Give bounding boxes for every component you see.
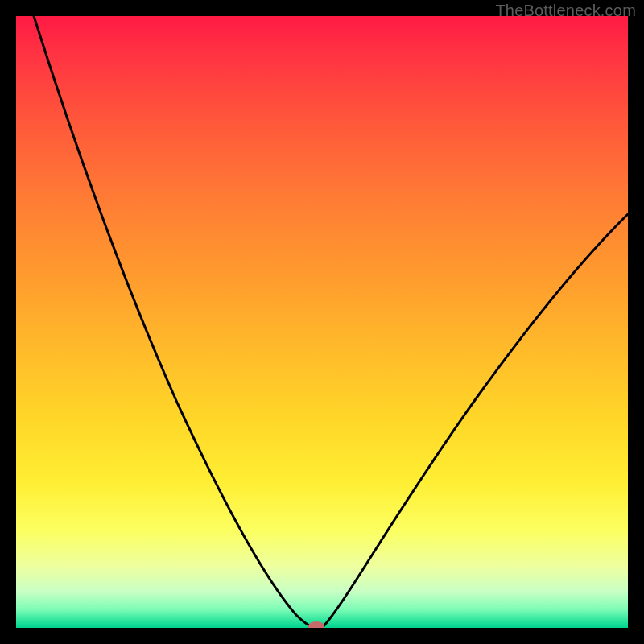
plot-background-gradient <box>16 16 628 628</box>
bottleneck-chart: TheBottleneck.com <box>0 0 644 644</box>
watermark-text: TheBottleneck.com <box>495 2 636 20</box>
